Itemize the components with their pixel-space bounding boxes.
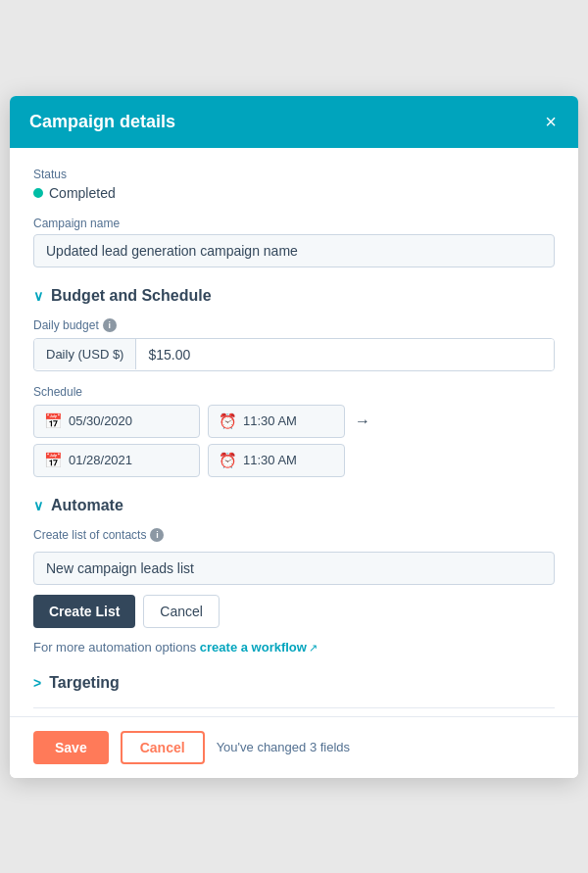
start-date-input[interactable]: 📅 05/30/2020 — [33, 405, 200, 438]
budget-type-label: Daily (USD $) — [34, 339, 136, 369]
schedule-end-row: 📅 01/28/2021 ⏰ 11:30 AM — [33, 444, 555, 477]
start-date-value: 05/30/2020 — [69, 413, 132, 428]
modal-title: Campaign details — [29, 112, 175, 132]
campaign-name-label: Campaign name — [33, 217, 555, 230]
budget-section-header[interactable]: ∨ Budget and Schedule — [33, 287, 555, 305]
automate-section-header[interactable]: ∨ Automate — [33, 497, 555, 514]
automate-section-title: Automate — [51, 497, 123, 514]
modal-body: Status Completed Campaign name ∨ Budget … — [10, 148, 578, 716]
calendar-start-icon: 📅 — [44, 412, 63, 430]
create-workflow-link[interactable]: create a workflow — [200, 640, 307, 655]
automation-note: For more automation options create a wor… — [33, 640, 555, 655]
contacts-field-label: Create list of contacts i — [33, 528, 555, 542]
start-time-input[interactable]: ⏰ 11:30 AM — [208, 405, 345, 438]
close-button[interactable]: × — [543, 112, 559, 131]
daily-budget-field: Daily budget i Daily (USD $) — [33, 318, 555, 371]
contacts-field: Create list of contacts i — [33, 528, 555, 585]
targeting-chevron-icon: > — [33, 675, 41, 691]
cancel-footer-button[interactable]: Cancel — [121, 731, 205, 764]
clock-start-icon: ⏰ — [219, 412, 237, 430]
modal-header: Campaign details × — [10, 96, 578, 148]
start-time-value: 11:30 AM — [243, 413, 297, 428]
create-list-button[interactable]: Create List — [33, 595, 135, 628]
automation-note-prefix: For more automation options — [33, 640, 200, 655]
status-text: Completed — [49, 185, 116, 201]
targeting-section-title: Targeting — [49, 674, 120, 692]
targeting-section-header[interactable]: > Targeting — [33, 674, 555, 708]
automate-chevron-icon: ∨ — [33, 498, 43, 513]
budget-value-input[interactable] — [136, 339, 554, 370]
save-button[interactable]: Save — [33, 731, 109, 764]
contacts-info-icon[interactable]: i — [150, 528, 164, 542]
daily-budget-row: Daily (USD $) — [33, 338, 555, 371]
contacts-list-input[interactable] — [33, 552, 555, 585]
budget-section-title: Budget and Schedule — [51, 287, 212, 305]
campaign-name-field: Campaign name — [33, 217, 555, 267]
status-value: Completed — [33, 185, 555, 201]
cancel-list-button[interactable]: Cancel — [143, 595, 220, 628]
schedule-start-row: 📅 05/30/2020 ⏰ 11:30 AM → — [33, 405, 555, 438]
external-link-icon: ↗ — [309, 642, 318, 654]
action-buttons: Create List Cancel — [33, 595, 555, 628]
daily-budget-label: Daily budget i — [33, 318, 555, 332]
calendar-end-icon: 📅 — [44, 452, 63, 469]
changed-fields-note: You've changed 3 fields — [217, 740, 350, 754]
targeting-section: > Targeting — [33, 674, 555, 708]
status-section: Status Completed — [33, 168, 555, 201]
modal-footer: Save Cancel You've changed 3 fields — [10, 716, 578, 778]
budget-chevron-icon: ∨ — [33, 288, 43, 304]
end-date-value: 01/28/2021 — [69, 453, 132, 467]
end-time-input[interactable]: ⏰ 11:30 AM — [208, 444, 345, 477]
campaign-name-input[interactable] — [33, 234, 555, 267]
schedule-field: Schedule 📅 05/30/2020 ⏰ 11:30 AM → — [33, 385, 555, 477]
status-dot-icon — [33, 188, 43, 198]
schedule-arrow-icon: → — [355, 412, 370, 430]
budget-schedule-section: ∨ Budget and Schedule Daily budget i Dai… — [33, 287, 555, 477]
schedule-label: Schedule — [33, 385, 555, 399]
automate-section: ∨ Automate Create list of contacts i Cre… — [33, 497, 555, 655]
status-label: Status — [33, 168, 555, 181]
clock-end-icon: ⏰ — [219, 452, 237, 469]
end-date-input[interactable]: 📅 01/28/2021 — [33, 444, 200, 477]
campaign-details-modal: Campaign details × Status Completed Camp… — [10, 96, 578, 778]
end-time-value: 11:30 AM — [243, 453, 297, 467]
daily-budget-info-icon[interactable]: i — [103, 318, 117, 332]
schedule-rows: 📅 05/30/2020 ⏰ 11:30 AM → 📅 01/ — [33, 405, 555, 477]
